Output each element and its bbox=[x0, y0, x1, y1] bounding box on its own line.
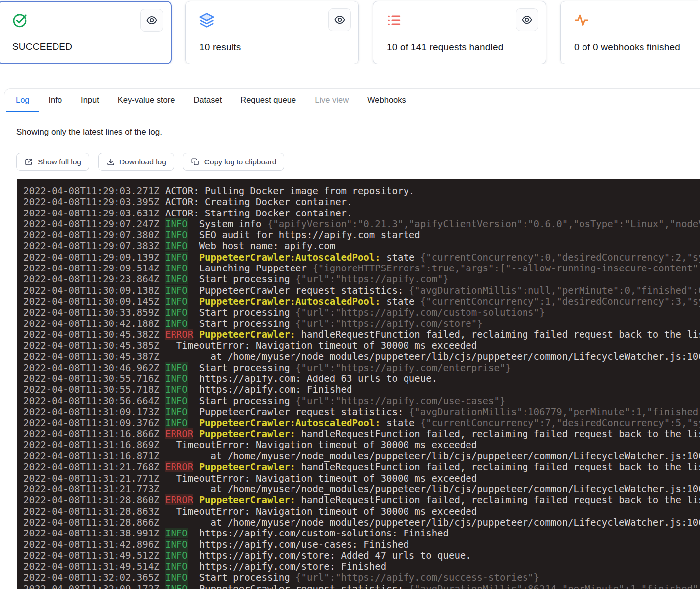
eye-icon bbox=[146, 14, 158, 26]
status-card[interactable]: 0 of 0 webhooks finished bbox=[560, 1, 698, 64]
log-line: 2022-04-08T11:30:45.382Z ERROR Puppeteer… bbox=[23, 329, 700, 340]
activity-icon bbox=[574, 8, 589, 28]
status-card[interactable]: 10 of 141 requests handled bbox=[373, 1, 546, 64]
log-line: 2022-04-08T11:29:03.631Z ACTOR: Starting… bbox=[23, 208, 700, 218]
tab-key-value-store[interactable]: Key-value store bbox=[109, 89, 184, 112]
download-icon bbox=[106, 158, 115, 166]
status-card-label: SUCCEEDED bbox=[12, 41, 72, 52]
log-line: 2022-04-08T11:30:55.718Z INFO https://ap… bbox=[23, 384, 700, 395]
external-link-icon bbox=[24, 158, 33, 166]
eye-icon bbox=[334, 14, 346, 26]
tab-webhooks[interactable]: Webhooks bbox=[358, 89, 415, 112]
status-card[interactable]: SUCCEEDED bbox=[0, 1, 172, 64]
status-card-label: 10 results bbox=[199, 42, 241, 53]
log-line: 2022-04-08T11:31:16.866Z ERROR Puppeteer… bbox=[23, 428, 700, 439]
status-card-header bbox=[373, 1, 546, 31]
status-card-header bbox=[186, 1, 358, 31]
copy-icon bbox=[191, 158, 200, 166]
log-line: 2022-04-08T11:30:55.716Z INFO https://ap… bbox=[23, 373, 700, 384]
button-label: Show full log bbox=[38, 158, 81, 166]
status-card[interactable]: 10 results bbox=[185, 1, 359, 64]
log-line: 2022-04-08T11:31:42.896Z INFO https://ap… bbox=[23, 539, 700, 550]
tab-dataset[interactable]: Dataset bbox=[184, 89, 231, 112]
log-line: 2022-04-08T11:29:07.383Z INFO Web host n… bbox=[23, 240, 700, 251]
status-card-header bbox=[0, 2, 171, 32]
tab-log[interactable]: Log bbox=[6, 89, 39, 112]
log-line: 2022-04-08T11:30:09.138Z INFO PuppeteerC… bbox=[23, 285, 700, 296]
copy-log-button[interactable]: Copy log to clipboard bbox=[183, 153, 285, 171]
log-line: 2022-04-08T11:31:16.869Z TimeoutError: N… bbox=[23, 439, 700, 450]
tab-request-queue[interactable]: Request queue bbox=[231, 89, 305, 112]
list-icon bbox=[386, 8, 402, 28]
eye-icon bbox=[521, 14, 533, 26]
show-full-log-button[interactable]: Show full log bbox=[16, 153, 89, 171]
log-line: 2022-04-08T11:30:42.188Z INFO Start proc… bbox=[23, 318, 700, 329]
log-tab-content: Showing only the latest lines of the log… bbox=[4, 127, 700, 589]
log-line: 2022-04-08T11:32:02.365Z INFO Start proc… bbox=[23, 572, 700, 583]
status-cards-row: SUCCEEDED10 results10 of 141 requests ha… bbox=[0, 0, 698, 64]
log-line: 2022-04-08T11:31:09.173Z INFO PuppeteerC… bbox=[23, 406, 700, 417]
log-line: 2022-04-08T11:29:09.514Z INFO Launching … bbox=[23, 263, 700, 273]
download-log-button[interactable]: Download log bbox=[98, 153, 174, 171]
log-line: 2022-04-08T11:29:07.247Z INFO System inf… bbox=[23, 218, 700, 229]
run-detail-panel: LogInfoInputKey-value storeDatasetReques… bbox=[4, 88, 700, 589]
tab-bar: LogInfoInputKey-value storeDatasetReques… bbox=[4, 89, 700, 112]
log-line: 2022-04-08T11:32:09.172Z INFO PuppeteerC… bbox=[23, 583, 700, 589]
view-detail-button[interactable] bbox=[140, 9, 163, 32]
log-line: 2022-04-08T11:31:21.773Z at /home/myuser… bbox=[23, 483, 700, 494]
status-card-label: 10 of 141 requests handled bbox=[387, 42, 504, 53]
tab-live-view[interactable]: Live view bbox=[305, 89, 358, 112]
button-label: Download log bbox=[119, 158, 166, 166]
log-line: 2022-04-08T11:31:21.771Z TimeoutError: N… bbox=[23, 473, 700, 483]
log-line: 2022-04-08T11:31:38.991Z INFO https://ap… bbox=[23, 528, 700, 538]
log-line: 2022-04-08T11:31:09.376Z INFO PuppeteerC… bbox=[23, 417, 700, 428]
status-card-label: 0 of 0 webhooks finished bbox=[574, 42, 680, 53]
log-toolbar: Show full logDownload logCopy log to cli… bbox=[16, 153, 700, 171]
log-line: 2022-04-08T11:30:33.859Z INFO Start proc… bbox=[23, 307, 700, 318]
log-line: 2022-04-08T11:31:28.866Z at /home/myuser… bbox=[23, 517, 700, 528]
log-line: 2022-04-08T11:31:49.514Z INFO https://ap… bbox=[23, 561, 700, 572]
tab-info[interactable]: Info bbox=[39, 89, 72, 112]
view-detail-button[interactable] bbox=[328, 8, 351, 31]
log-line: 2022-04-08T11:30:46.962Z INFO Start proc… bbox=[23, 362, 700, 373]
log-line: 2022-04-08T11:31:28.860Z ERROR Puppeteer… bbox=[23, 494, 700, 505]
view-detail-button[interactable] bbox=[516, 8, 538, 31]
log-line: 2022-04-08T11:31:49.512Z INFO https://ap… bbox=[23, 550, 700, 561]
log-line: 2022-04-08T11:30:56.664Z INFO Start proc… bbox=[23, 395, 700, 406]
status-card-header bbox=[561, 1, 698, 31]
log-line: 2022-04-08T11:29:07.380Z INFO SEO audit … bbox=[23, 229, 700, 240]
log-line: 2022-04-08T11:31:28.863Z TimeoutError: N… bbox=[23, 506, 700, 517]
log-line: 2022-04-08T11:31:16.871Z at /home/myuser… bbox=[23, 450, 700, 461]
log-line: 2022-04-08T11:30:09.145Z INFO PuppeteerC… bbox=[23, 296, 700, 307]
check-circle-icon bbox=[12, 9, 28, 29]
log-line: 2022-04-08T11:29:03.271Z ACTOR: Pulling … bbox=[23, 185, 700, 196]
log-output[interactable]: 2022-04-08T11:29:03.271Z ACTOR: Pulling … bbox=[17, 179, 700, 589]
tab-input[interactable]: Input bbox=[71, 89, 109, 112]
button-label: Copy log to clipboard bbox=[204, 158, 277, 166]
log-line: 2022-04-08T11:29:09.139Z INFO PuppeteerC… bbox=[23, 252, 700, 263]
log-line: 2022-04-08T11:29:03.395Z ACTOR: Creating… bbox=[23, 196, 700, 207]
log-intro-text: Showing only the latest lines of the log… bbox=[16, 127, 700, 137]
log-line: 2022-04-08T11:30:45.387Z at /home/myuser… bbox=[23, 351, 700, 362]
log-line: 2022-04-08T11:31:21.768Z ERROR Puppeteer… bbox=[23, 461, 700, 472]
log-line: 2022-04-08T11:29:23.864Z INFO Start proc… bbox=[23, 273, 700, 284]
log-line: 2022-04-08T11:30:45.385Z TimeoutError: N… bbox=[23, 340, 700, 351]
layers-icon bbox=[199, 8, 215, 28]
